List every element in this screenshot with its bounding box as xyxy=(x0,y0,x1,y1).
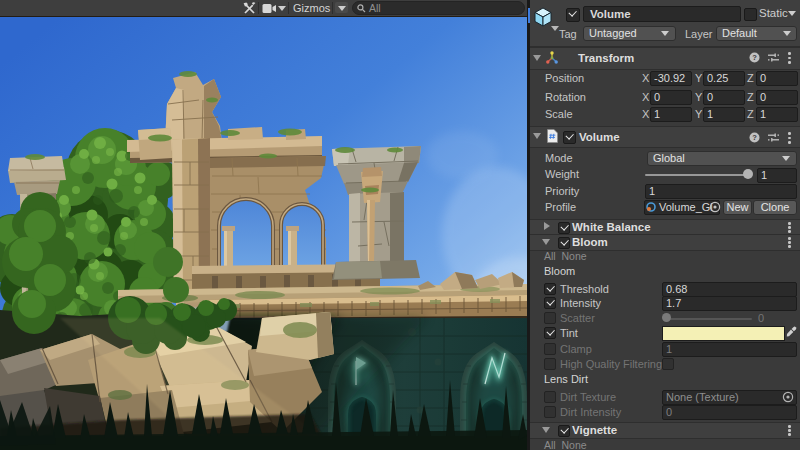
svg-text:?: ? xyxy=(752,133,757,142)
svg-text:?: ? xyxy=(752,53,757,62)
